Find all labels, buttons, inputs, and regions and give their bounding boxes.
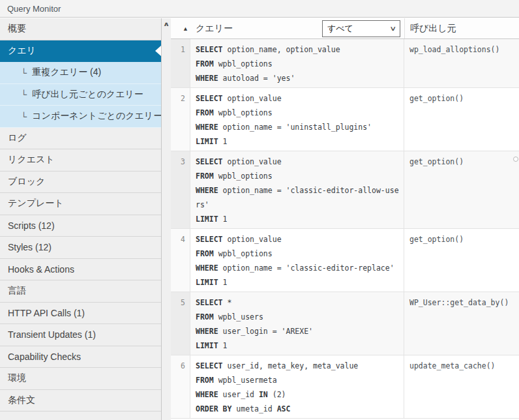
sidebar-item-label: Scripts (12)	[8, 220, 55, 231]
sidebar-item-label: リクエスト	[8, 154, 55, 166]
sql-keyword: SELECT	[196, 361, 223, 370]
caller-cell[interactable]: get_option()	[404, 229, 519, 292]
caller-cell[interactable]: get_option()	[404, 151, 519, 228]
caller-cell[interactable]: wp_load_alloptions()	[404, 39, 519, 87]
sql-line: WHERE option_name = 'uninstall_plugins'	[196, 120, 401, 134]
sql-text: option_value	[223, 157, 282, 166]
sql-line: WHERE option_name = 'classic-editor-repl…	[196, 261, 401, 275]
sidebar-item-overview[interactable]: 概要	[0, 18, 161, 40]
queries-panel: ▲ クエリー すべて ∨ 呼び出し元 1SELECT option_name, …	[171, 18, 519, 420]
sort-ascending-button[interactable]: ▲	[171, 25, 190, 32]
branch-icon: └	[21, 68, 27, 78]
branch-icon: └	[21, 112, 27, 121]
row-number: 6	[171, 355, 190, 418]
sidebar-item-queries-by-component[interactable]: └コンポーネントごとのクエリー	[0, 106, 161, 128]
caller-cell[interactable]: WP_User::get_data_by()	[404, 292, 519, 355]
sql-text: *	[223, 298, 232, 307]
sql-line: LIMIT 1	[196, 212, 401, 226]
sql-cell: SELECT option_valueFROM wpbl_optionsWHER…	[190, 151, 404, 228]
sidebar-item-blocks[interactable]: ブロック	[0, 172, 161, 194]
sql-keyword: LIMIT	[196, 278, 218, 287]
sql-line: SELECT option_value	[196, 232, 401, 247]
sidebar-item-label: Hooks & Actions	[8, 264, 74, 275]
sidebar-item-label: クエリ	[8, 45, 36, 57]
sql-cell: SELECT user_id, meta_key, meta_valueFROM…	[190, 355, 404, 418]
query-row-4: 4SELECT option_valueFROM wpbl_optionsWHE…	[171, 229, 519, 292]
sidebar-item-label: コンポーネントごとのクエリー	[32, 110, 161, 122]
branch-icon: └	[21, 89, 27, 99]
sql-text: 1	[218, 137, 228, 146]
sql-keyword: WHERE	[196, 123, 218, 132]
sql-keyword: LIMIT	[196, 341, 218, 350]
sidebar-item-environment[interactable]: 環境	[0, 368, 161, 390]
sidebar-menu: 概要クエリ└重複クエリー (4)└呼び出し元ごとのクエリー└コンポーネントごとの…	[0, 18, 162, 420]
sql-keyword: FROM	[196, 172, 214, 181]
sidebar-item-capability-checks[interactable]: Capability Checks	[0, 346, 161, 368]
sidebar-item-transient-updates[interactable]: Transient Updates (1)	[0, 324, 161, 346]
row-number: 4	[171, 229, 190, 292]
sql-line: WHERE autoload = 'yes'	[196, 71, 401, 85]
caller-cell[interactable]: update_meta_cache()	[404, 355, 519, 418]
sidebar-item-request[interactable]: リクエスト	[0, 149, 161, 172]
panel-titlebar: Query Monitor	[0, 0, 519, 18]
sql-keyword: SELECT	[196, 235, 223, 244]
sql-line: FROM wpbl_options	[196, 169, 401, 183]
sidebar-item-http-api-calls[interactable]: HTTP API Calls (1)	[0, 303, 161, 325]
sql-text: option_value	[223, 94, 282, 103]
sql-keyword: WHERE	[196, 327, 218, 336]
sql-keyword: SELECT	[196, 94, 223, 103]
sql-text: 1	[218, 278, 228, 287]
caller-column-header[interactable]: 呼び出し元	[404, 18, 519, 38]
sidebar-item-label: 呼び出し元ごとのクエリー	[32, 89, 143, 100]
sql-line: LIMIT 1	[196, 134, 401, 149]
sql-keyword: WHERE	[196, 74, 218, 83]
sql-keyword: IN	[259, 390, 268, 399]
sql-line: SELECT option_name, option_value	[196, 42, 401, 57]
caller-cell[interactable]: get_option()	[404, 88, 519, 151]
sql-text: 1	[218, 341, 228, 350]
sidebar-item-queries[interactable]: クエリ	[0, 40, 161, 63]
sidebar-item-logs[interactable]: ログ	[0, 128, 161, 150]
sql-text: user_id, meta_key, meta_value	[223, 361, 359, 370]
sidebar-item-label: 言語	[8, 285, 26, 297]
sql-text: wpbl_options	[214, 172, 273, 181]
sql-text: wpbl_options	[214, 59, 273, 68]
sql-cell: SELECT option_valueFROM wpbl_optionsWHER…	[190, 229, 404, 292]
sql-line: WHERE user_id IN (2)	[196, 387, 401, 402]
sql-line: FROM wpbl_options	[196, 247, 401, 261]
row-number: 5	[171, 292, 190, 355]
sql-keyword: FROM	[196, 108, 214, 117]
sidebar-item-template[interactable]: テンプレート	[0, 193, 161, 215]
sql-text: wpbl_options	[214, 108, 273, 117]
caller-column-label: 呼び出し元	[410, 23, 456, 35]
sql-keyword: WHERE	[196, 390, 218, 399]
sidebar-item-label: 重複クエリー (4)	[32, 67, 101, 78]
sql-keyword: ORDER BY	[196, 404, 231, 413]
sql-line: SELECT option_value	[196, 91, 401, 106]
sidebar-item-hooks-actions[interactable]: Hooks & Actions	[0, 259, 161, 281]
sql-cell: SELECT option_name, option_valueFROM wpb…	[190, 39, 404, 87]
sidebar-item-label: ログ	[8, 132, 27, 144]
sql-line: FROM wpbl_users	[196, 310, 401, 324]
sidebar-item-label: Transient Updates (1)	[8, 329, 96, 340]
sidebar-item-queries-by-caller[interactable]: └呼び出し元ごとのクエリー	[0, 84, 161, 106]
sidebar-item-label: HTTP API Calls (1)	[8, 308, 85, 318]
sidebar-item-styles[interactable]: Styles (12)	[0, 237, 161, 259]
sql-keyword: LIMIT	[196, 137, 218, 146]
query-row-3: 3SELECT option_valueFROM wpbl_optionsWHE…	[171, 151, 519, 229]
sidebar-item-label: 条件文	[8, 395, 35, 406]
sql-text: autoload = 'yes'	[218, 74, 295, 83]
sidebar-scrollbar[interactable]: ∧	[162, 18, 171, 420]
sql-cell: SELECT *FROM wpbl_usersWHERE user_login …	[190, 292, 404, 355]
sidebar-item-conditionals[interactable]: 条件文	[0, 390, 161, 412]
sidebar-item-label: 環境	[8, 372, 26, 384]
sidebar-item-label: Styles (12)	[8, 242, 52, 252]
query-column-header[interactable]: クエリー すべて ∨	[190, 18, 404, 38]
sql-line: FROM wpbl_usermeta	[196, 373, 401, 387]
sidebar-item-duplicate-queries[interactable]: └重複クエリー (4)	[0, 62, 161, 84]
sidebar-item-scripts[interactable]: Scripts (12)	[0, 215, 161, 237]
sql-text: wpbl_options	[214, 249, 273, 258]
sidebar-item-languages[interactable]: 言語	[0, 280, 161, 303]
sql-line: SELECT *	[196, 295, 401, 310]
query-type-filter[interactable]: すべて	[322, 20, 400, 37]
